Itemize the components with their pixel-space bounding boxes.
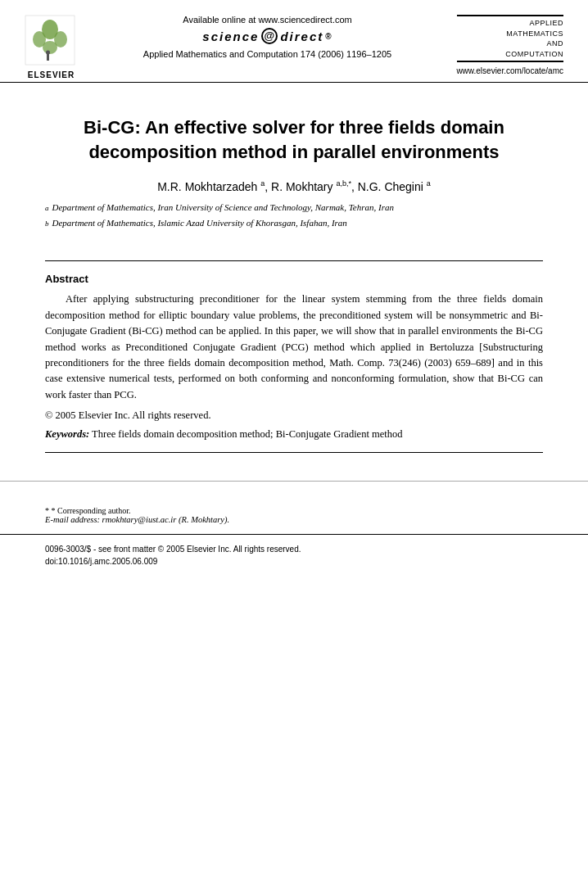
title-section: Bi-CG: An effective solver for three fie…: [45, 91, 543, 249]
affil-b: b Department of Mathematics, Islamic Aza…: [45, 216, 543, 230]
header-center: Available online at www.sciencedirect.co…: [86, 15, 449, 59]
main-content: Bi-CG: An effective solver for three fie…: [0, 83, 588, 481]
elsevier-logo-svg: [25, 15, 75, 66]
journal-abbr-line3: AND: [546, 39, 563, 47]
affil-a: a Department of Mathematics, Iran Univer…: [45, 201, 543, 215]
paper-title: Bi-CG: An effective solver for three fie…: [45, 115, 543, 164]
footnote-marker: * * Corresponding author.: [45, 506, 543, 515]
elsevier-logo: ELSEVIER: [25, 15, 78, 72]
svg-rect-5: [47, 54, 49, 61]
affil-b-text: Department of Mathematics, Islamic Azad …: [52, 216, 347, 230]
available-online-text: Available online at www.sciencedirect.co…: [183, 15, 351, 25]
footer-line1: 0096-3003/$ - see front matter © 2005 El…: [45, 543, 543, 555]
affil-sup-a: a: [45, 203, 49, 215]
copyright-text: © 2005 Elsevier Inc. All rights reserved…: [45, 409, 543, 422]
footer-bottom: 0096-3003/$ - see front matter © 2005 El…: [0, 534, 588, 576]
email-address[interactable]: rmokhtary@iust.ac.ir: [102, 515, 177, 524]
abstract-heading: Abstract: [45, 273, 543, 285]
at-symbol: @: [261, 28, 278, 44]
affil-a-text: Department of Mathematics, Iran Universi…: [52, 201, 394, 215]
header-right: APPLIED MATHEMATICS AND COMPUTATION www.…: [457, 15, 563, 75]
email-label: E-mail address:: [45, 515, 100, 524]
journal-abbr-box: APPLIED MATHEMATICS AND COMPUTATION: [457, 15, 563, 62]
footer-line2: doi:10.1016/j.amc.2005.06.009: [45, 555, 543, 568]
journal-abbr-line4: COMPUTATION: [505, 50, 563, 58]
elsevier-wordmark: ELSEVIER: [25, 70, 78, 79]
svg-point-4: [43, 41, 57, 54]
journal-url[interactable]: www.elsevier.com/locate/amc: [456, 66, 563, 75]
authors-line: M.R. Mokhtarzadeh a, R. Mokhtary a,b,*, …: [45, 179, 543, 193]
keywords-label: Keywords:: [45, 428, 89, 440]
page: ELSEVIER Available online at www.science…: [0, 0, 588, 882]
footnote-email-line: E-mail address: rmokhtary@iust.ac.ir (R.…: [45, 515, 543, 524]
email-suffix: (R. Mokhtary).: [179, 515, 229, 524]
sciencedirect-logo: science @ direct ®: [202, 28, 332, 44]
journal-abbr-line2: MATHEMATICS: [506, 29, 563, 38]
abstract-divider: [45, 452, 543, 453]
keywords-text: Three fields domain decomposition method…: [92, 428, 402, 440]
journal-abbr-line1: APPLIED: [529, 19, 563, 27]
title-divider: [45, 260, 543, 261]
affiliations: a Department of Mathematics, Iran Univer…: [45, 201, 543, 229]
footnotes-section: * * Corresponding author. E-mail address…: [0, 481, 588, 534]
affil-sup-b: b: [45, 219, 49, 230]
svg-point-6: [46, 51, 50, 55]
journal-info-text: Applied Mathematics and Computation 174 …: [143, 49, 391, 59]
header: ELSEVIER Available online at www.science…: [0, 0, 588, 83]
abstract-text: After applying substructuring preconditi…: [45, 292, 543, 403]
corresponding-label: * Corresponding author.: [52, 506, 131, 515]
keywords-line: Keywords: Three fields domain decomposit…: [45, 428, 543, 441]
abstract-section: Abstract After applying substructuring p…: [45, 273, 543, 441]
